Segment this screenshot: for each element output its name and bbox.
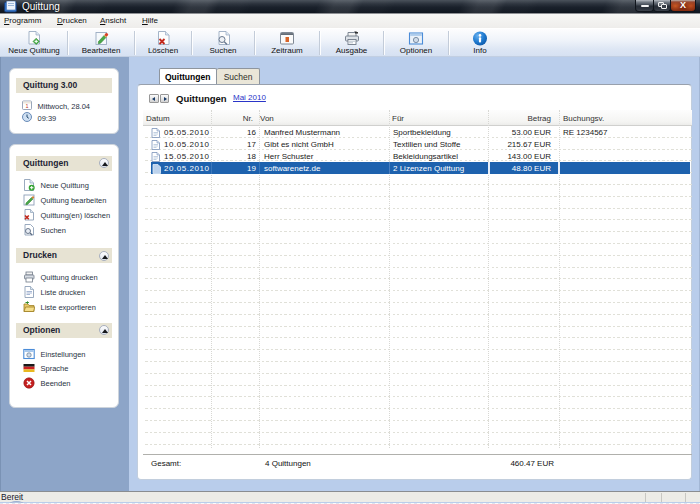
svg-text:1: 1 [25, 103, 28, 109]
